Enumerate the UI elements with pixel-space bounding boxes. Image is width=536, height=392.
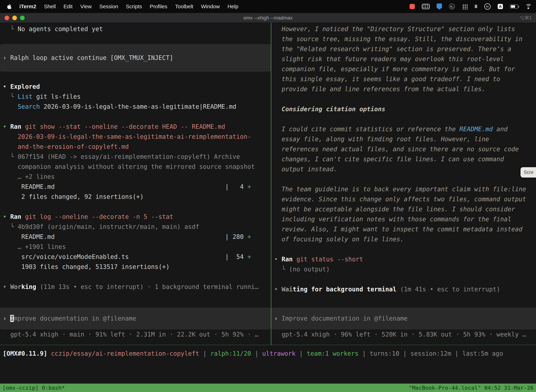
text-run: README.md | 4 bbox=[3, 183, 247, 190]
bottom-section: [OMX#0.11.9] cczip/essay/ai-reimplementa… bbox=[0, 345, 536, 392]
text-run: slight risk that future readers may over… bbox=[274, 56, 504, 62]
terminal-line: evidence. Since this change only affects… bbox=[271, 194, 536, 204]
text-run: [OMX#0.11.9] bbox=[3, 350, 51, 357]
text-run: › bbox=[3, 54, 10, 61]
text-run: king bbox=[21, 283, 36, 290]
text-run: ultrawork bbox=[262, 350, 296, 357]
text-run: ting for background terminal bbox=[293, 286, 396, 293]
prompt-input[interactable]: › Improve documentation in @filename bbox=[271, 308, 536, 330]
terminal-line: this single essay, it seems like a good … bbox=[271, 74, 536, 84]
menu-window[interactable]: Window bbox=[201, 4, 220, 9]
terminal-line: 1903 files changed, 513517 insertions(+) bbox=[0, 262, 271, 272]
model-status-line: gpt-5.4 xhigh · 96% left · 520K in · 5.8… bbox=[271, 330, 536, 340]
apple-logo bbox=[7, 4, 12, 9]
text-run: › bbox=[3, 315, 10, 322]
tmux-host-clock: "MacBook-Pro-44.local" 04:52 31-Mar-26 bbox=[409, 385, 534, 391]
text-run: + bbox=[247, 253, 251, 260]
text-run: references need actual files, and since … bbox=[274, 146, 519, 153]
menu-help[interactable]: Help bbox=[228, 4, 239, 9]
text-run: Ran bbox=[10, 213, 21, 220]
prompt-input[interactable]: › Improve documentation in @filename bbox=[0, 308, 271, 330]
text-run: However, I noticed the "Directory Struct… bbox=[274, 25, 515, 33]
zoom-button[interactable] bbox=[20, 16, 25, 20]
ran-git-status: • Ran git status --short bbox=[271, 254, 536, 264]
text-run: git log --oneline --decorate -n 5 --stat bbox=[21, 213, 173, 220]
tmux-pane-left[interactable]: └ No agents completed yet› Ralph loop ac… bbox=[0, 23, 271, 345]
text-run: I bbox=[10, 315, 14, 322]
text-run: of focusing solely on file lines. bbox=[274, 236, 404, 243]
menu-iterm2[interactable]: iTerm2 bbox=[19, 4, 36, 9]
apple-menu-icon[interactable] bbox=[7, 4, 12, 9]
terminal-line bbox=[271, 94, 536, 104]
text-run: might be acceptable alongside the file l… bbox=[274, 206, 515, 213]
text-run: git status --short bbox=[293, 256, 363, 263]
tmux-pane-right[interactable]: However, I noticed the "Directory Struct… bbox=[271, 23, 536, 345]
model-status-line: gpt-5.4 xhigh · main · 91% left · 2.31M … bbox=[0, 330, 271, 340]
screen-recording-icon[interactable] bbox=[410, 4, 415, 9]
terminal-line: changes, I can't cite specific file line… bbox=[271, 154, 536, 164]
terminal-line: └ (no output) bbox=[271, 264, 536, 274]
terminal-line: the source tree, missing the essay. Stil… bbox=[271, 34, 536, 44]
text-run: changes, I can't cite specific file line… bbox=[274, 156, 504, 163]
text-run: List bbox=[18, 93, 32, 100]
terminal-app-icon[interactable]: >_ bbox=[449, 4, 455, 9]
input-source-icon[interactable]: A bbox=[498, 4, 503, 9]
terminal-line: companion file, especially if more comme… bbox=[271, 64, 536, 74]
text-run: mprove documentation in @filename bbox=[14, 315, 136, 322]
text-run: Considering citation options bbox=[274, 106, 385, 112]
ralph-loop-banner: › Ralph loop active continue [OMX_TMUX_I… bbox=[0, 44, 271, 72]
text-run: 2026-03-09-is-legal-the-same-as-legitima… bbox=[3, 133, 251, 140]
menu-shell[interactable]: Shell bbox=[44, 4, 56, 9]
text-run: essay file, along with finding root file… bbox=[274, 135, 489, 143]
app-icon-8[interactable]: 8 bbox=[475, 4, 477, 9]
text-run: Ralph loop active continue [OMX_TMUX_INJ… bbox=[10, 54, 173, 61]
text-run: README.md bbox=[459, 126, 493, 133]
battery-icon[interactable] bbox=[510, 5, 518, 9]
text-run: • bbox=[3, 213, 10, 220]
text-run: … +1901 lines bbox=[3, 243, 66, 250]
explored-header: • Explored bbox=[0, 82, 271, 92]
menu-scripts[interactable]: Scripts bbox=[126, 4, 142, 9]
window-title: omx --xhigh --madmax bbox=[0, 13, 536, 23]
menu-view[interactable]: View bbox=[80, 4, 92, 9]
terminal-line: 2026-03-09-is-legal-the-same-as-legitima… bbox=[0, 132, 271, 142]
text-run: | bbox=[251, 350, 262, 357]
text-run: • bbox=[274, 256, 282, 263]
menubar: iTerm2ShellEditViewSessionScriptsProfile… bbox=[0, 0, 536, 13]
menu-toolbelt[interactable]: Toolbelt bbox=[175, 4, 193, 9]
terminal-line: └ No agents completed yet bbox=[0, 24, 271, 34]
text-run: + bbox=[247, 183, 251, 190]
terminal-line bbox=[271, 114, 536, 124]
text-run: gpt-5.4 xhigh · 96% left · 520K in · 5.8… bbox=[274, 331, 526, 338]
text-run: └ bbox=[3, 93, 18, 100]
screen-overlay-tab[interactable]: Scre bbox=[521, 167, 536, 177]
shield-app-icon[interactable] bbox=[437, 4, 442, 9]
wifi-icon[interactable] bbox=[525, 4, 531, 9]
tmux-session-window[interactable]: [omx-cczip] 0:bash* bbox=[2, 385, 65, 391]
working-status: • Working (11m 13s • esc to interrupt) ·… bbox=[0, 282, 271, 292]
terminal-line: including verification notes with those … bbox=[271, 214, 536, 224]
terminal-line: └ List git ls-files bbox=[0, 92, 271, 102]
text-run: › bbox=[274, 315, 282, 322]
pane-footer: › Improve documentation in @filename gpt… bbox=[271, 308, 536, 345]
text-run: • bbox=[274, 286, 282, 293]
menu-profiles[interactable]: Profiles bbox=[150, 4, 167, 9]
text-run: I could cite commit statistics or refere… bbox=[274, 126, 459, 133]
app-grid-icon[interactable] bbox=[462, 4, 468, 9]
ran-git-show: • Ran git show --stat --oneline --decora… bbox=[0, 122, 271, 132]
text-run: git ls-files bbox=[33, 93, 81, 100]
keyboard-icon[interactable] bbox=[422, 4, 430, 9]
thinking-heading: Considering citation options bbox=[271, 104, 536, 114]
menubar-status-icons: >_861A bbox=[410, 3, 531, 10]
terminal-line: The team guideline is to back every impo… bbox=[271, 184, 536, 194]
minimize-button[interactable] bbox=[12, 16, 17, 20]
terminal-line: review. Also, I might want to inspect th… bbox=[271, 224, 536, 234]
battery-percent-gauge-icon[interactable]: 61 bbox=[484, 3, 491, 10]
terminal-line: Search 2026-03-09-is-legal-the-same-as-l… bbox=[0, 102, 271, 112]
close-button[interactable] bbox=[5, 16, 9, 20]
text-run: Search bbox=[3, 103, 40, 110]
menu-edit[interactable]: Edit bbox=[63, 4, 73, 9]
menu-session[interactable]: Session bbox=[99, 4, 118, 9]
terminal-line: references need actual files, and since … bbox=[271, 144, 536, 154]
terminal-line: the "Related research writing" section i… bbox=[271, 44, 536, 54]
